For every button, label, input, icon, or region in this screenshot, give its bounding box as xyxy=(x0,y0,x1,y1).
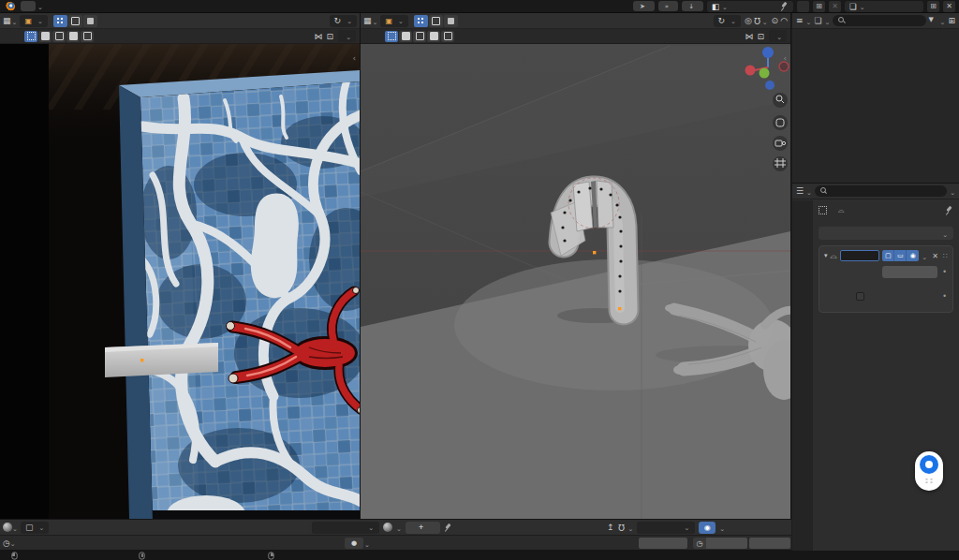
options-dropdown[interactable] xyxy=(769,30,787,42)
selected-vertex[interactable] xyxy=(593,251,596,254)
editor-type-icon[interactable]: ☰ xyxy=(796,186,804,196)
select-intersect-mode-1[interactable] xyxy=(24,31,37,42)
branch-smoothing-field[interactable] xyxy=(882,266,937,278)
filter-object-icon[interactable]: ❏ xyxy=(814,16,821,25)
select-intersect-mode-5[interactable] xyxy=(441,31,454,42)
face-select-toggle[interactable] xyxy=(83,15,97,27)
editor-type-icon[interactable] xyxy=(3,523,12,532)
remove-modifier-button[interactable]: ✕ xyxy=(930,252,940,260)
import-button[interactable]: » xyxy=(658,1,678,11)
floating-capture-widget[interactable] xyxy=(915,451,943,491)
orientation-dropdown[interactable]: ↻ xyxy=(330,15,357,27)
properties-search-input[interactable] xyxy=(815,185,947,197)
new-material-button[interactable]: + xyxy=(406,522,440,534)
unlink-scene-button[interactable]: ✕ xyxy=(829,1,841,12)
modifier-name-field[interactable] xyxy=(840,250,880,261)
overlay-toggle-button[interactable]: ◉ xyxy=(699,522,716,534)
viewport-canvas-camera[interactable] xyxy=(0,44,360,519)
realtime-display-toggle[interactable]: ▭ xyxy=(894,250,907,261)
vertex-select-toggle[interactable] xyxy=(414,15,428,27)
select-intersect-mode-5[interactable] xyxy=(81,31,94,42)
display-mode-icon[interactable]: ≡ xyxy=(796,16,804,25)
select-intersect-mode-4[interactable] xyxy=(427,31,440,42)
auto-keying-button[interactable]: ● xyxy=(345,538,363,549)
snap-target-icon[interactable]: ◎ xyxy=(745,16,752,25)
selected-vertex[interactable] xyxy=(618,307,621,310)
chevron-down-icon[interactable] xyxy=(719,523,725,533)
proportional-editing-icon[interactable]: ⊙ xyxy=(772,16,779,25)
end-frame-field[interactable] xyxy=(749,538,790,549)
viewport-header: ▦ ▣ ↻ xyxy=(0,13,360,29)
snap-uv-icon[interactable]: ⊡ xyxy=(758,32,765,41)
use-preview-range-icon[interactable]: ◷ xyxy=(693,538,706,549)
editor-type-icon[interactable]: ▦ xyxy=(363,16,372,25)
edit-mode-display-toggle[interactable]: ▢ xyxy=(882,250,894,261)
animate-dot-icon[interactable]: • xyxy=(941,292,948,301)
sidebar-collapse-icon[interactable] xyxy=(783,53,787,63)
extras-chevron-icon[interactable] xyxy=(922,251,927,261)
drag-handle-icon[interactable] xyxy=(924,478,934,484)
pin-icon[interactable] xyxy=(945,206,953,214)
add-modifier-dropdown[interactable] xyxy=(819,227,953,240)
theme-menu[interactable] xyxy=(43,0,52,13)
chevron-down-icon[interactable] xyxy=(627,523,633,533)
pin-icon[interactable] xyxy=(444,523,452,532)
chevron-down-icon[interactable] xyxy=(396,523,402,533)
falloff-icon[interactable]: ◠ xyxy=(780,16,788,25)
edge-select-toggle[interactable] xyxy=(429,15,443,27)
scene-selector[interactable]: ◧ xyxy=(707,1,793,12)
sidebar-collapse-icon[interactable] xyxy=(352,53,356,63)
record-button-icon[interactable] xyxy=(920,455,938,474)
chevron-down-icon[interactable] xyxy=(762,16,768,26)
edge-select-toggle[interactable] xyxy=(68,15,82,27)
remove-view-layer-button[interactable]: ✕ xyxy=(943,1,955,12)
insert-node-icon[interactable]: ↥ xyxy=(607,523,614,532)
scene-users-badge[interactable] xyxy=(797,1,809,12)
collapse-arrow-icon[interactable]: ▾ xyxy=(824,252,828,259)
select-intersect-mode-4[interactable] xyxy=(66,31,80,42)
select-intersect-mode-3[interactable] xyxy=(52,31,66,42)
select-intersect-mode-1[interactable] xyxy=(385,31,398,42)
pin-icon[interactable] xyxy=(780,2,789,10)
orientation-dropdown[interactable]: ↻ xyxy=(714,15,741,27)
face-select-toggle[interactable] xyxy=(444,15,458,27)
blender-logo-icon[interactable] xyxy=(5,2,15,11)
snap-mode-dropdown[interactable] xyxy=(637,522,695,534)
pool-block[interactable] xyxy=(119,70,360,519)
select-intersect-mode-3[interactable] xyxy=(413,31,426,42)
select-intersect-mode-2[interactable] xyxy=(399,31,412,42)
vertex-select-toggle[interactable] xyxy=(53,15,67,27)
options-dropdown[interactable] xyxy=(338,30,356,42)
filter-icon[interactable] xyxy=(929,17,937,24)
options-chevron-icon[interactable] xyxy=(950,186,955,197)
skin-object-camera-view[interactable] xyxy=(105,343,218,377)
export-button[interactable]: ➤ xyxy=(633,1,655,11)
shader-type-dropdown[interactable]: ▢ xyxy=(21,522,49,534)
outliner-search-input[interactable] xyxy=(833,15,925,26)
slot-dropdown[interactable] xyxy=(312,522,379,534)
animate-dot-icon[interactable]: • xyxy=(941,268,948,276)
snap-magnet-icon[interactable] xyxy=(618,523,625,533)
snap-uv-icon[interactable]: ⊡ xyxy=(327,32,334,41)
start-frame-field[interactable] xyxy=(706,538,747,549)
new-scene-button[interactable]: ⊞ xyxy=(813,1,825,12)
view-layer-selector[interactable]: ❏ xyxy=(845,1,923,12)
snap-magnet-icon[interactable] xyxy=(754,16,760,26)
new-collection-icon[interactable]: ⊞ xyxy=(948,16,955,25)
select-mode-toggles xyxy=(53,15,98,27)
editor-type-icon[interactable]: ◷ xyxy=(3,538,10,548)
current-frame-field[interactable] xyxy=(639,538,687,549)
chevron-down-icon[interactable] xyxy=(364,538,370,549)
select-intersect-mode-2[interactable] xyxy=(38,31,52,42)
new-view-layer-button[interactable]: ⊞ xyxy=(927,1,939,12)
editor-type-icon[interactable]: ▦ xyxy=(3,16,11,25)
mode-dropdown[interactable]: ▣ xyxy=(20,15,47,27)
render-display-toggle[interactable]: ◉ xyxy=(907,250,919,261)
manual-button[interactable]: ↓ xyxy=(682,1,703,11)
smooth-shading-checkbox[interactable] xyxy=(856,292,864,301)
mode-dropdown[interactable]: ▣ xyxy=(380,15,407,27)
language-toggle[interactable] xyxy=(21,1,36,11)
chevron-down-icon xyxy=(12,523,18,533)
drag-handle-icon[interactable]: ∷ xyxy=(943,252,948,260)
viewport-canvas-user[interactable] xyxy=(361,44,790,519)
